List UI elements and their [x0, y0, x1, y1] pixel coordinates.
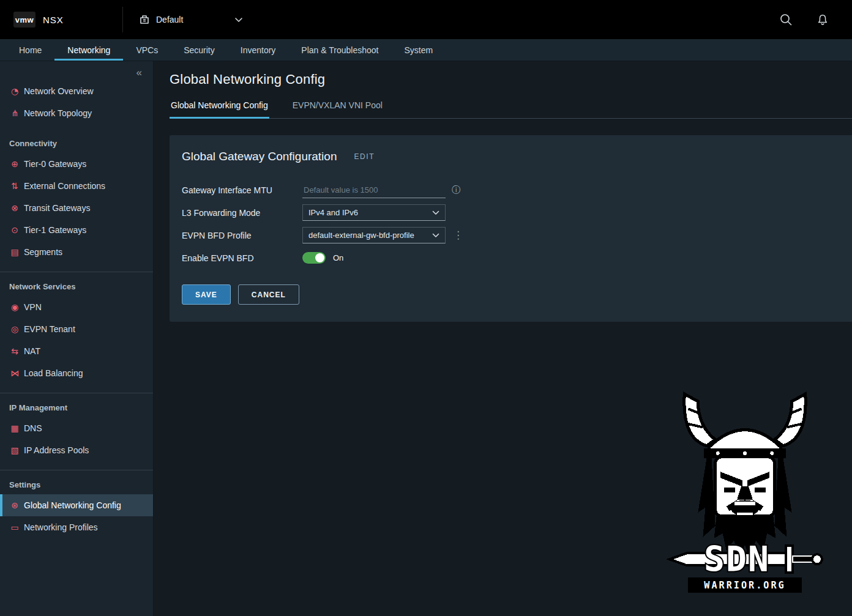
topbar-actions: [779, 12, 839, 27]
gateway-mtu-input[interactable]: [302, 182, 446, 198]
evpn-tenant-icon: ◎: [10, 324, 20, 334]
cancel-button[interactable]: CANCEL: [238, 284, 299, 305]
viking-logo: SDN WARRIOR.ORG: [666, 385, 824, 595]
project-selector-value: Default: [156, 15, 183, 24]
save-button[interactable]: SAVE: [182, 284, 231, 305]
sidebar-item-network-topology[interactable]: ⋔ Network Topology: [0, 102, 153, 124]
transit-gateways-icon: ⊗: [10, 203, 20, 213]
field-label-enable-evpn-bfd: Enable EVPN BFD: [182, 253, 302, 263]
nat-icon: ⇆: [10, 346, 20, 356]
sidebar-item-global-networking-config[interactable]: ⊛ Global Networking Config: [0, 494, 153, 516]
vmware-logo: vmw: [13, 12, 36, 28]
organization-icon: [139, 14, 150, 25]
sidebar-item-label: Transit Gateways: [23, 203, 90, 213]
sidebar-item-label: Network Topology: [23, 108, 92, 118]
page-title: Global Networking Config: [170, 72, 852, 87]
sidebar-section-network-services: Network Services ◉ VPN ◎ EVPN Tenant ⇆ N…: [0, 272, 153, 384]
vpn-icon: ◉: [10, 302, 20, 312]
sidebar-item-label: Segments: [23, 247, 62, 257]
tab-global-networking-config[interactable]: Global Networking Config: [170, 100, 269, 119]
section-title: Network Services: [0, 276, 153, 296]
enable-evpn-bfd-toggle[interactable]: [302, 252, 326, 264]
global-networking-config-icon: ⊛: [10, 500, 20, 510]
sidebar-section-ip-management: IP Management ▦ DNS ▧ IP Address Pools: [0, 393, 153, 461]
tab-bar: Global Networking Config EVPN/VXLAN VNI …: [170, 100, 852, 119]
sidebar-item-nat[interactable]: ⇆ NAT: [0, 340, 153, 362]
sidebar-item-transit-gateways[interactable]: ⊗ Transit Gateways: [0, 197, 153, 219]
card-title: Global Gateway Configuration: [182, 150, 337, 163]
sidebar-item-networking-profiles[interactable]: ▭ Networking Profiles: [0, 516, 153, 538]
section-title: Connectivity: [0, 133, 153, 153]
top-bar: vmw NSX Default: [0, 0, 852, 39]
sidebar: « ◔ Network Overview ⋔ Network Topology …: [0, 61, 154, 616]
evpn-bfd-profile-select[interactable]: default-external-gw-bfd-profile: [302, 227, 446, 243]
sidebar-collapse-button[interactable]: «: [0, 61, 153, 80]
watermark-title: SDN: [704, 540, 770, 580]
networking-profiles-icon: ▭: [10, 522, 20, 532]
dns-icon: ▦: [10, 423, 20, 433]
toggle-state-label: On: [333, 253, 343, 262]
sidebar-item-tier1-gateways[interactable]: ⊙ Tier-1 Gateways: [0, 219, 153, 241]
primary-nav: Home Networking VPCs Security Inventory …: [0, 39, 852, 61]
sidebar-section-settings: Settings ⊛ Global Networking Config ▭ Ne…: [0, 470, 153, 538]
sidebar-item-label: External Connections: [23, 181, 105, 191]
sidebar-item-label: Load Balancing: [23, 368, 83, 378]
field-label-evpn-bfd-profile: EVPN BFD Profile: [182, 231, 302, 240]
form-row: Gateway Interface MTU ⓘ: [182, 182, 837, 198]
form-row: Enable EVPN BFD On: [182, 250, 837, 266]
sidebar-item-label: DNS: [23, 423, 42, 433]
sidebar-item-evpn-tenant[interactable]: ◎ EVPN Tenant: [0, 318, 153, 340]
gateway-config-form: Gateway Interface MTU ⓘ L3 Forwarding Mo…: [182, 182, 837, 266]
sidebar-item-segments[interactable]: ▤ Segments: [0, 241, 153, 263]
field-label-l3-forwarding-mode: L3 Forwarding Mode: [182, 208, 302, 218]
product-name: NSX: [43, 15, 64, 25]
nav-item-security[interactable]: Security: [171, 39, 228, 61]
toggle-knob: [315, 253, 324, 262]
select-value: IPv4 and IPv6: [308, 208, 358, 217]
brand: vmw NSX: [13, 12, 122, 28]
sidebar-item-load-balancing[interactable]: ⋈ Load Balancing: [0, 362, 153, 384]
section-title: IP Management: [0, 397, 153, 417]
edit-button[interactable]: EDIT: [354, 152, 375, 161]
nav-item-networking[interactable]: Networking: [54, 39, 123, 61]
form-row: EVPN BFD Profile default-external-gw-bfd…: [182, 227, 837, 243]
sidebar-item-label: Tier-1 Gateways: [23, 225, 86, 235]
notifications-button[interactable]: [815, 12, 830, 27]
sidebar-item-label: IP Address Pools: [23, 445, 89, 455]
sidebar-item-network-overview[interactable]: ◔ Network Overview: [0, 80, 153, 102]
sidebar-item-label: Network Overview: [23, 86, 94, 96]
load-balancing-icon: ⋈: [10, 368, 20, 378]
nav-item-plan-troubleshoot[interactable]: Plan & Troubleshoot: [288, 39, 391, 61]
nav-item-system[interactable]: System: [391, 39, 446, 61]
l3-forwarding-mode-select[interactable]: IPv4 and IPv6: [302, 204, 446, 221]
nav-item-home[interactable]: Home: [6, 39, 54, 61]
sidebar-item-dns[interactable]: ▦ DNS: [0, 417, 153, 439]
project-selector[interactable]: Default: [133, 10, 249, 29]
kebab-menu-icon[interactable]: ⋮: [453, 230, 463, 240]
nav-item-inventory[interactable]: Inventory: [228, 39, 289, 61]
sidebar-item-label: Global Networking Config: [23, 500, 121, 510]
sidebar-item-label: Tier-0 Gateways: [23, 159, 86, 169]
form-row: L3 Forwarding Mode IPv4 and IPv6: [182, 204, 837, 221]
sidebar-item-label: VPN: [23, 302, 42, 312]
sidebar-item-label: Networking Profiles: [23, 522, 98, 532]
sidebar-item-vpn[interactable]: ◉ VPN: [0, 296, 153, 318]
chevron-down-icon: [432, 233, 439, 238]
global-gateway-configuration-card: Global Gateway Configuration EDIT Gatewa…: [170, 135, 852, 322]
bell-icon: [816, 13, 829, 26]
sidebar-item-ip-address-pools[interactable]: ▧ IP Address Pools: [0, 439, 153, 461]
nav-item-vpcs[interactable]: VPCs: [123, 39, 171, 61]
sidebar-item-tier0-gateways[interactable]: ⊕ Tier-0 Gateways: [0, 153, 153, 175]
tab-evpn-vxlan-vni-pool[interactable]: EVPN/VXLAN VNI Pool: [291, 100, 384, 119]
chevron-down-icon: [234, 17, 243, 23]
network-topology-icon: ⋔: [10, 108, 20, 118]
main-content: Global Networking Config Global Networki…: [154, 61, 852, 616]
info-icon[interactable]: ⓘ: [452, 185, 460, 196]
sidebar-item-external-connections[interactable]: ⇅ External Connections: [0, 175, 153, 197]
section-title: Settings: [0, 474, 153, 494]
tier0-gateways-icon: ⊕: [10, 159, 20, 169]
search-button[interactable]: [779, 12, 793, 27]
network-overview-icon: ◔: [10, 86, 20, 96]
sidebar-item-label: EVPN Tenant: [23, 324, 75, 334]
sidebar-section-connectivity: Connectivity ⊕ Tier-0 Gateways ⇅ Externa…: [0, 130, 153, 263]
